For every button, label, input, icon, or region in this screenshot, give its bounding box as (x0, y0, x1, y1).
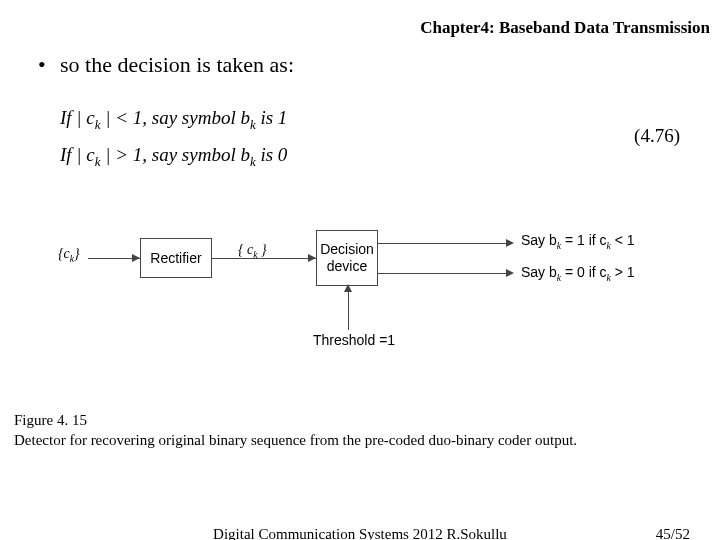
mid-signal-label: { ck } (238, 242, 267, 260)
arrow-icon (506, 239, 514, 247)
block-diagram: Rectifier Decision device {ck} { ck } Sa… (58, 210, 653, 350)
lbl-mid-open: { c (238, 242, 253, 257)
lbl-in-open: {c (58, 246, 70, 261)
out2-mid: = 0 if c (561, 264, 607, 280)
eq2-pre: If | c (60, 144, 95, 165)
chapter-header: Chapter4: Baseband Data Transmission (420, 18, 710, 38)
eq2-suf: is 0 (256, 144, 288, 165)
figure-caption: Figure 4. 15 Detector for recovering ori… (14, 410, 710, 451)
eq1-suf: is 1 (256, 107, 288, 128)
input-signal-label: {ck} (58, 246, 80, 264)
arrow-icon (506, 269, 514, 277)
wire-out-top (378, 243, 512, 244)
output-rule-top: Say bk = 1 if ck < 1 (521, 232, 635, 251)
arrow-icon (308, 254, 316, 262)
out2-post: > 1 (611, 264, 635, 280)
equation-line-2: If | ck | > 1, say symbol bk is 0 (60, 137, 680, 174)
output-rule-bottom: Say bk = 0 if ck > 1 (521, 264, 635, 283)
lbl-in-close: } (74, 246, 80, 261)
eq1-pre: If | c (60, 107, 95, 128)
eq1-mid: | < 1, say symbol b (101, 107, 250, 128)
figure-number: Figure 4. 15 (14, 410, 710, 430)
equation-block: If | ck | < 1, say symbol bk is 1 If | c… (60, 100, 680, 175)
rectifier-label: Rectifier (150, 250, 201, 266)
wire-out-bottom (378, 273, 512, 274)
footer-page-number: 45/52 (656, 526, 690, 540)
out1-post: < 1 (611, 232, 635, 248)
lbl-mid-close: } (258, 242, 267, 257)
footer-center-text: Digital Communication Systems 2012 R.Sok… (0, 526, 720, 540)
bullet-line: •so the decision is taken as: (38, 52, 294, 78)
out1-mid: = 1 if c (561, 232, 607, 248)
out2-pre: Say b (521, 264, 557, 280)
equation-number: (4.76) (634, 118, 680, 154)
bullet-text: so the decision is taken as: (60, 52, 294, 77)
threshold-label: Threshold =1 (313, 332, 395, 348)
decision-device-block: Decision device (316, 230, 378, 286)
arrow-icon (132, 254, 140, 262)
figure-text: Detector for recovering original binary … (14, 432, 577, 448)
eq2-mid: | > 1, say symbol b (101, 144, 250, 165)
wire-threshold (348, 286, 349, 330)
out1-pre: Say b (521, 232, 557, 248)
bullet-dot: • (38, 52, 60, 78)
equation-line-1: If | ck | < 1, say symbol bk is 1 (60, 100, 680, 137)
decision-label: Decision device (320, 241, 374, 275)
rectifier-block: Rectifier (140, 238, 212, 278)
